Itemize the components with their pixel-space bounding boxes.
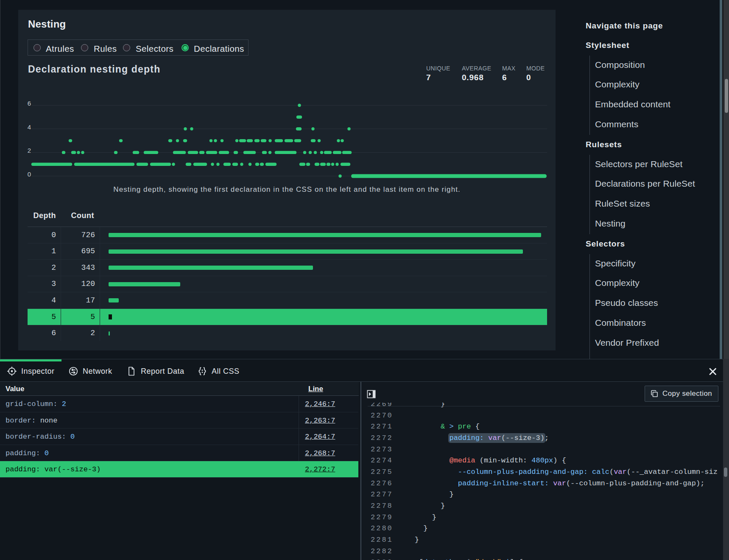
svg-text:2: 2 [28,147,31,154]
svg-text:4: 4 [28,123,31,131]
svg-text:0: 0 [28,171,31,178]
svg-text:6: 6 [28,100,31,107]
